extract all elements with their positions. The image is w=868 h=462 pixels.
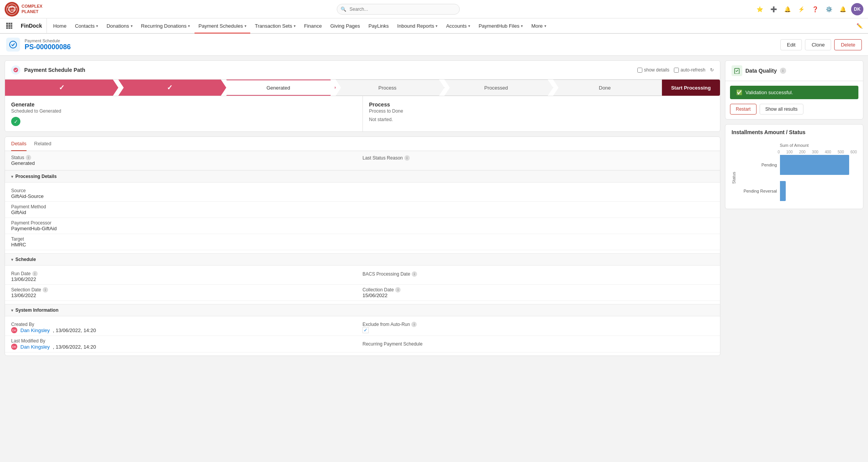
avatar[interactable]: DK bbox=[851, 3, 863, 15]
collection-date-info-icon[interactable]: i bbox=[395, 287, 401, 292]
step-generated: Generated bbox=[221, 80, 336, 96]
nav-finance[interactable]: Finance bbox=[300, 19, 326, 33]
nav-accounts[interactable]: Accounts ▾ bbox=[442, 19, 474, 33]
status-field: Status i Generated ✏️ bbox=[11, 155, 362, 166]
apps-icon[interactable] bbox=[3, 20, 15, 32]
svg-rect-4 bbox=[6, 23, 8, 25]
payment-method-row: Payment Method GiftAid ✏️ bbox=[5, 202, 720, 218]
nav-transaction-sets[interactable]: Transaction Sets ▾ bbox=[251, 19, 299, 33]
data-quality-header: Data Quality i bbox=[725, 61, 863, 81]
installments-chart-card: Installments Amount / Status Sum of Amou… bbox=[725, 124, 863, 209]
nav-paymenthub-files[interactable]: PaymentHub Files ▾ bbox=[475, 19, 527, 33]
chart-area: Sum of Amount 0 100 200 300 400 500 600 bbox=[732, 140, 857, 204]
tab-related[interactable]: Related bbox=[34, 137, 52, 151]
svg-rect-11 bbox=[8, 27, 10, 29]
refresh-icon[interactable]: ↻ bbox=[710, 67, 714, 73]
exclude-checkbox[interactable]: ✓ bbox=[362, 327, 369, 333]
validation-actions: Restart Show all results bbox=[725, 104, 863, 119]
nav-contacts[interactable]: Contacts ▾ bbox=[71, 19, 102, 33]
axis-500: 500 bbox=[838, 150, 844, 154]
source-field: Source GiftAid-Source ✏️ bbox=[11, 188, 362, 199]
process-status: Not started. bbox=[369, 117, 714, 122]
nav-inbound-reports[interactable]: Inbound Reports ▾ bbox=[393, 19, 441, 33]
y-axis-label: Status bbox=[732, 172, 736, 184]
plus-icon[interactable]: ➕ bbox=[768, 4, 779, 15]
validation-check-icon: ✅ bbox=[736, 90, 742, 95]
exclude-info-icon[interactable]: i bbox=[411, 322, 417, 327]
pending-reversal-bar-label: Pending Reversal bbox=[738, 189, 780, 193]
gear-icon[interactable]: ⚙️ bbox=[823, 4, 834, 15]
schedule-header[interactable]: ▾ Schedule bbox=[5, 253, 720, 266]
nav-brand[interactable]: FinDock bbox=[16, 18, 47, 33]
nav-donations[interactable]: Donations ▾ bbox=[103, 19, 136, 33]
nav-giving-pages[interactable]: Giving Pages bbox=[326, 19, 364, 33]
step-generated-label: Generated bbox=[266, 85, 290, 91]
svg-point-13 bbox=[10, 41, 17, 48]
clone-button[interactable]: Clone bbox=[805, 39, 831, 50]
show-all-results-button[interactable]: Show all results bbox=[760, 104, 803, 115]
payment-schedules-chevron: ▾ bbox=[244, 24, 246, 28]
bacs-processing-date-label: BACS Processing Date i bbox=[362, 271, 714, 277]
selection-date-info-icon[interactable]: i bbox=[43, 287, 48, 292]
generate-area: Generate Scheduled to Generated ✓ bbox=[5, 96, 362, 131]
show-details-checkbox[interactable] bbox=[637, 68, 642, 73]
recurring-payment-field: Recurring Payment Schedule bbox=[362, 341, 714, 347]
start-processing-button[interactable]: Start Processing bbox=[662, 80, 720, 96]
auto-refresh-label[interactable]: auto-refresh bbox=[674, 67, 705, 73]
axis-100: 100 bbox=[786, 150, 793, 154]
notification-icon[interactable]: 🔔 bbox=[837, 4, 848, 15]
edit-button[interactable]: Edit bbox=[780, 39, 802, 50]
run-date-info-icon[interactable]: i bbox=[32, 271, 38, 276]
target-row: Target HMRC ✏️ bbox=[5, 234, 720, 250]
nav-payment-schedules[interactable]: Payment Schedules ▾ bbox=[195, 19, 250, 33]
record-type-label: Payment Schedule bbox=[25, 38, 780, 43]
last-modified-by-label: Last Modified By bbox=[11, 338, 362, 344]
setup-icon[interactable]: ✏️ bbox=[854, 20, 865, 31]
data-quality-info-icon[interactable]: i bbox=[780, 68, 786, 74]
target-field: Target HMRC ✏️ bbox=[11, 236, 362, 248]
svg-rect-6 bbox=[11, 23, 12, 25]
created-by-date: , 13/06/2022, 14:20 bbox=[53, 327, 96, 333]
nav-more[interactable]: More ▾ bbox=[527, 19, 550, 33]
step-process-label: Process bbox=[378, 85, 396, 91]
collection-date-label: Collection Date i bbox=[362, 287, 714, 292]
bolt-icon[interactable]: ⚡ bbox=[796, 4, 806, 15]
step-done: Done bbox=[548, 80, 662, 96]
collection-date-value: 15/06/2022 ✏️ bbox=[362, 292, 714, 298]
pending-bar-row: Pending bbox=[738, 155, 857, 175]
search-bar[interactable]: 🔍 bbox=[337, 4, 460, 15]
system-info-section: Created By DK Dan Kingsley , 13/06/2022,… bbox=[5, 316, 720, 356]
status-label: Status i bbox=[11, 155, 362, 160]
details-card: Details Related Status i Generated ✏️ bbox=[5, 136, 720, 356]
last-modified-by-link[interactable]: Dan Kingsley bbox=[20, 344, 50, 350]
left-panel: Payment Schedule Path show details auto-… bbox=[5, 60, 720, 356]
logo[interactable]: COMPLEX PLANET COMPLEX PLANET bbox=[5, 2, 42, 17]
nav-recurring[interactable]: Recurring Donations ▾ bbox=[137, 19, 194, 33]
nav-home[interactable]: Home bbox=[49, 19, 70, 33]
recurring-chevron: ▾ bbox=[188, 24, 190, 28]
favorites-icon[interactable]: ⭐ bbox=[754, 4, 765, 15]
bacs-info-icon[interactable]: i bbox=[412, 271, 417, 277]
svg-rect-7 bbox=[6, 25, 8, 27]
record-name[interactable]: PS-000000086 bbox=[25, 43, 780, 51]
auto-refresh-checkbox[interactable] bbox=[674, 68, 679, 73]
nav-paylinks[interactable]: PayLinks bbox=[365, 19, 393, 33]
search-input[interactable] bbox=[337, 4, 460, 15]
delete-button[interactable]: Delete bbox=[834, 39, 862, 50]
status-info-icon[interactable]: i bbox=[26, 155, 31, 160]
axis-labels: 0 100 200 300 400 500 600 bbox=[778, 150, 857, 154]
svg-rect-10 bbox=[6, 27, 8, 29]
created-by-link[interactable]: Dan Kingsley bbox=[20, 327, 50, 333]
restart-button[interactable]: Restart bbox=[730, 104, 757, 115]
activity-icon[interactable]: 🔔 bbox=[782, 4, 793, 15]
show-details-label[interactable]: show details bbox=[637, 67, 669, 73]
tab-details[interactable]: Details bbox=[11, 137, 27, 151]
main-content: Payment Schedule Path show details auto-… bbox=[0, 56, 868, 361]
help-icon[interactable]: ❓ bbox=[810, 4, 820, 15]
last-status-info-icon[interactable]: i bbox=[404, 155, 410, 161]
logo-icon: COMPLEX PLANET bbox=[5, 2, 19, 17]
processing-details-header[interactable]: ▾ Processing Details bbox=[5, 170, 720, 183]
run-date-field: Run Date i 13/06/2022 ✏️ bbox=[11, 271, 362, 282]
payment-path-card: Payment Schedule Path show details auto-… bbox=[5, 60, 720, 132]
system-info-header[interactable]: ▾ System Information bbox=[5, 304, 720, 316]
